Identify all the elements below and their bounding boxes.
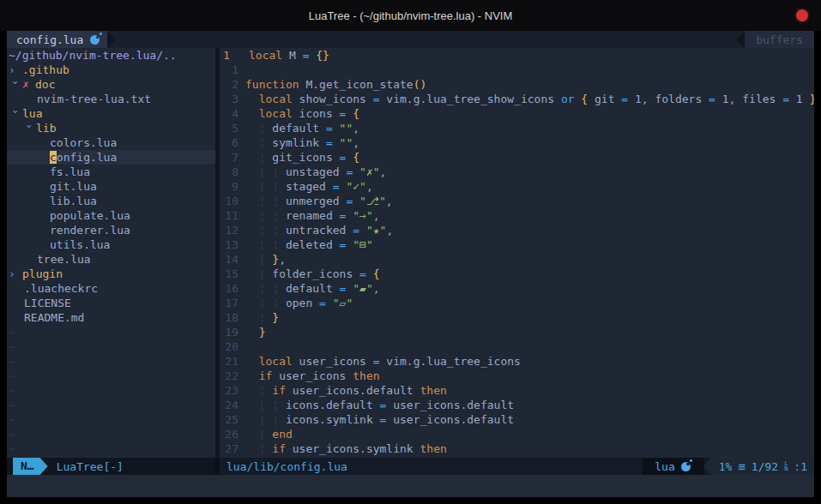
code-line-23[interactable]: 22 if user_icons then xyxy=(220,369,814,383)
code-token: "→" xyxy=(353,209,372,222)
code-token: , xyxy=(380,165,387,178)
code-line-2[interactable]: 1 xyxy=(220,63,814,77)
code-token xyxy=(333,122,340,135)
code-token xyxy=(245,209,259,222)
tree-item-nvim-tree-lua.txt[interactable]: nvim-tree-lua.txt xyxy=(7,92,215,106)
tree-item-label: .luacheckrc xyxy=(24,282,98,295)
code-line-17[interactable]: 16 ¦ ¦ default = "▰", xyxy=(220,281,814,296)
code-token: } xyxy=(259,326,266,339)
relative-line-number: 14 xyxy=(220,252,245,267)
relative-line-number: 13 xyxy=(220,237,245,252)
code-token: M.get_icon_state xyxy=(299,78,414,91)
code-line-11[interactable]: 10 ¦ ¦ unmerged = "⎇", xyxy=(220,194,814,208)
code-line-4[interactable]: 3 local show_icons = vim.g.lua_tree_show… xyxy=(220,92,814,106)
relative-line-number: 1 xyxy=(220,63,245,77)
tree-item-plugin[interactable]: ›plugin xyxy=(7,267,215,281)
tree-item-lua[interactable]: ›lua xyxy=(7,106,215,121)
tree-item-tree.lua[interactable]: tree.lua xyxy=(7,252,215,267)
empty-line-tilde: ~ xyxy=(7,427,215,441)
tree-item-.github[interactable]: ›.github xyxy=(7,63,215,77)
tree-item-README.md[interactable]: README.md xyxy=(7,310,215,325)
code-line-25[interactable]: 24 ¦ ¦ icons.default = user_icons.defaul… xyxy=(220,398,814,412)
buffers-toggle[interactable]: buffers xyxy=(745,31,814,48)
code-line-7[interactable]: 6 ¦ symlink = "", xyxy=(220,135,814,150)
code-line-26[interactable]: 25 ¦ ¦ icons.symlink = user_icons.defaul… xyxy=(220,412,814,427)
tree-item-populate.lua[interactable]: populate.lua xyxy=(7,208,215,223)
close-button[interactable] xyxy=(796,9,808,21)
tree-item-label: git.lua xyxy=(50,180,97,193)
indent-guide: ¦ xyxy=(272,282,286,295)
code-line-16[interactable]: 15 ¦ folder_icons = { xyxy=(220,267,814,281)
tree-item-config.lua[interactable]: config.lua xyxy=(7,150,215,165)
code-line-27[interactable]: 26 ¦ end xyxy=(220,427,814,441)
code-line-12[interactable]: 11 ¦ ¦ renamed = "→", xyxy=(220,208,814,223)
code-token: , xyxy=(386,195,393,207)
code-line-10[interactable]: 9 ¦ ¦ staged = "✓", xyxy=(220,179,814,194)
code-token: = xyxy=(319,297,326,309)
tree-item-.luacheckrc[interactable]: .luacheckrc xyxy=(7,281,215,296)
indent-guide: ¦ xyxy=(259,267,273,280)
code-token: } xyxy=(272,253,279,266)
tree-item-renderer.lua[interactable]: renderer.lua xyxy=(7,223,215,237)
code-line-18[interactable]: 17 ¦ ¦ open = "▱" xyxy=(220,296,814,310)
command-line[interactable] xyxy=(7,475,814,497)
code-line-15[interactable]: 14 ¦ }, xyxy=(220,252,814,267)
code-line-text xyxy=(245,63,814,77)
indent-guide: ¦ xyxy=(259,136,273,149)
tree-item-git.lua[interactable]: git.lua xyxy=(7,179,215,194)
empty-line-tilde: ~ xyxy=(7,383,215,398)
code-line-21[interactable]: 20 xyxy=(220,339,814,354)
indent-guide: ¦ xyxy=(259,165,273,178)
code-line-28[interactable]: 27 ¦ if user_icons.symlink then xyxy=(220,441,814,456)
code-line-20[interactable]: 19 } xyxy=(220,325,814,339)
code-token: , xyxy=(373,282,380,295)
tree-item-utils.lua[interactable]: utils.lua xyxy=(7,237,215,252)
chevron-down-icon: › xyxy=(22,123,37,135)
code-token: "▰" xyxy=(353,282,372,295)
empty-line-tilde: ~ xyxy=(7,325,215,339)
code-line-text: } xyxy=(245,325,814,339)
tab-config-lua[interactable]: config.lua xyxy=(7,31,107,48)
tree-item-lib.lua[interactable]: lib.lua xyxy=(7,194,215,208)
tilde-marker: ~ xyxy=(9,326,15,339)
code-line-22[interactable]: 21 local user_icons = vim.g.lua_tree_ico… xyxy=(220,354,814,369)
code-token xyxy=(245,253,259,266)
code-line-24[interactable]: 23 ¦ if user_icons.default then xyxy=(220,383,814,398)
tree-item-lib[interactable]: ›lib xyxy=(7,121,215,135)
code-line-3[interactable]: 2function M.get_icon_state() xyxy=(220,77,814,92)
code-token: user_icons.default xyxy=(386,413,514,426)
code-token: local xyxy=(259,93,293,105)
statusline-file-path: lua/lib/config.lua xyxy=(226,460,347,473)
code-token: "⎇" xyxy=(359,195,386,207)
relative-line-number: 26 xyxy=(220,427,245,441)
tree-item-doc[interactable]: ›✗doc xyxy=(7,77,215,92)
code-token xyxy=(245,136,259,149)
relative-line-number: 9 xyxy=(220,179,245,194)
code-token: end xyxy=(272,428,292,441)
code-token xyxy=(245,297,259,309)
tree-item-label: lib xyxy=(36,122,56,135)
relative-line-number: 19 xyxy=(220,325,245,339)
code-token: = xyxy=(621,93,628,105)
tree-item-LICENSE[interactable]: LICENSE xyxy=(7,296,215,310)
code-token xyxy=(245,122,259,135)
tree-root-path[interactable]: ~/github/nvim-tree.lua/.. xyxy=(7,48,215,63)
code-token: "✓" xyxy=(346,180,365,193)
code-line-6[interactable]: 5 ¦ default = "", xyxy=(220,121,814,135)
code-line-19[interactable]: 18 ¦ } xyxy=(220,310,814,325)
code-line-8[interactable]: 7 ¦ git_icons = { xyxy=(220,150,814,165)
code-line-5[interactable]: 4 local icons = { xyxy=(220,106,814,121)
relative-line-number: 17 xyxy=(220,296,245,310)
code-line-1[interactable]: 1local M = {} xyxy=(220,48,814,63)
tree-item-colors.lua[interactable]: colors.lua xyxy=(7,135,215,150)
code-token xyxy=(803,93,810,105)
empty-line-tilde: ~ xyxy=(7,339,215,354)
code-line-14[interactable]: 13 ¦ ¦ deleted = "⊟" xyxy=(220,237,814,252)
code-line-9[interactable]: 8 ¦ ¦ unstaged = "✗", xyxy=(220,165,814,179)
tree-item-fs.lua[interactable]: fs.lua xyxy=(7,165,215,179)
code-line-13[interactable]: 12 ¦ ¦ untracked = "★", xyxy=(220,223,814,237)
code-token: default xyxy=(286,282,340,295)
tree-item-label: LICENSE xyxy=(24,297,71,309)
code-line-text: ¦ ¦ open = "▱" xyxy=(245,296,814,310)
indent-guide: ¦ xyxy=(259,224,273,237)
